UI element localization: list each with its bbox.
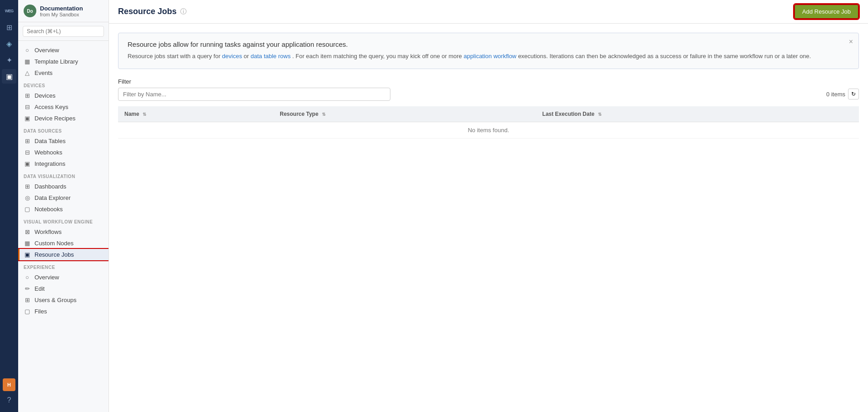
top-header: Resource Jobs ⓘ Add Resource Job	[109, 0, 868, 24]
section-workflow-engine: Visual Workflow Engine	[18, 215, 108, 226]
col-last-execution-date[interactable]: Last Execution Date ⇅	[536, 106, 859, 122]
sidebar-item-label: Webhooks	[35, 149, 62, 156]
banner-text: Resource jobs start with a query for dev…	[128, 52, 849, 61]
monitor-icon[interactable]: ▣	[2, 69, 16, 84]
sidebar-item-resource-jobs[interactable]: ▣ Resource Jobs	[18, 249, 108, 260]
cube-icon[interactable]: ◈	[2, 36, 16, 51]
sidebar-item-label: Files	[35, 308, 47, 315]
grid-icon[interactable]: ⊞	[2, 20, 16, 35]
sidebar-item-label: Template Library	[35, 58, 78, 65]
filter-row: 0 items ↻	[118, 88, 859, 101]
sidebar-item-workflows[interactable]: ⊠ Workflows	[18, 226, 108, 238]
col-name-sort-icon: ⇅	[143, 112, 146, 117]
sidebar-header: Do Documentation from My Sandbox	[18, 0, 108, 22]
sidebar-item-label: Overview	[35, 47, 59, 54]
webhooks-icon: ⊟	[24, 149, 31, 156]
exp-overview-icon: ○	[24, 274, 31, 281]
banner-text-after: . For each item matching the query, you …	[292, 53, 464, 60]
sidebar-item-label: Dashboards	[35, 183, 66, 190]
app-sub: from My Sandbox	[40, 12, 83, 17]
sidebar-item-devices[interactable]: ⊞ Devices	[18, 90, 108, 101]
device-recipes-icon: ▣	[24, 115, 31, 122]
edit-icon: ✏	[24, 285, 31, 292]
sidebar-item-label: Integrations	[35, 160, 65, 167]
col-last-exec-sort-icon: ⇅	[598, 112, 602, 117]
sidebar-item-integrations[interactable]: ▣ Integrations	[18, 158, 108, 169]
sidebar-item-label: Device Recipes	[35, 115, 75, 122]
sidebar-item-label: Resource Jobs	[35, 251, 74, 258]
close-banner-button[interactable]: ×	[849, 38, 853, 46]
user-avatar-icon[interactable]: H	[3, 378, 15, 391]
sidebar-search-area	[18, 22, 108, 41]
custom-nodes-icon: ▦	[24, 240, 31, 247]
banner-text-or: or	[244, 53, 251, 60]
sidebar-item-template-library[interactable]: ▦ Template Library	[18, 56, 108, 67]
col-resource-type-label: Resource Type	[280, 111, 318, 117]
resource-jobs-table: Name ⇅ Resource Type ⇅ Last Execution Da…	[118, 106, 859, 139]
info-banner: × Resource jobs allow for running tasks …	[118, 33, 859, 69]
devices-link[interactable]: devices	[222, 53, 242, 60]
sidebar-item-events[interactable]: △ Events	[18, 67, 108, 79]
question-icon[interactable]: ?	[2, 393, 16, 407]
data-tables-icon: ⊞	[24, 138, 31, 144]
sidebar-item-label: Workflows	[35, 228, 62, 235]
sidebar-nav: ○ Overview ▦ Template Library △ Events D…	[18, 41, 108, 412]
empty-row: No items found.	[118, 122, 859, 138]
sidebar-item-label: Devices	[35, 92, 55, 99]
sidebar-avatar: Do	[24, 5, 36, 17]
section-devices: Devices	[18, 79, 108, 90]
refresh-button[interactable]: ↻	[848, 89, 859, 99]
resource-jobs-icon: ▣	[24, 251, 31, 258]
dashboards-icon: ⊞	[24, 183, 31, 190]
sidebar-item-exp-overview[interactable]: ○ Overview	[18, 272, 108, 283]
page-title: Resource Jobs	[118, 7, 177, 16]
section-data-viz: Data Visualization	[18, 169, 108, 181]
page-info-icon[interactable]: ⓘ	[180, 8, 187, 16]
sidebar-item-webhooks[interactable]: ⊟ Webhooks	[18, 147, 108, 158]
items-count-area: 0 items ↻	[826, 89, 859, 99]
sidebar-item-device-recipes[interactable]: ▣ Device Recipes	[18, 113, 108, 124]
filter-input[interactable]	[118, 88, 390, 101]
sidebar-item-custom-nodes[interactable]: ▦ Custom Nodes	[18, 238, 108, 249]
sidebar-item-overview[interactable]: ○ Overview	[18, 45, 108, 56]
template-library-icon: ▦	[24, 58, 31, 65]
users-groups-icon: ⊞	[24, 297, 31, 303]
items-count-label: 0 items	[826, 91, 845, 98]
add-resource-job-button[interactable]: Add Resource Job	[794, 4, 859, 19]
filter-label: Filter	[118, 78, 859, 85]
sidebar-item-users-groups[interactable]: ⊞ Users & Groups	[18, 294, 108, 306]
sidebar-item-label: Custom Nodes	[35, 240, 74, 247]
app-name: Documentation	[40, 5, 83, 12]
sidebar-item-access-keys[interactable]: ⊟ Access Keys	[18, 101, 108, 113]
col-resource-type[interactable]: Resource Type ⇅	[273, 106, 536, 122]
application-workflow-link[interactable]: application workflow	[464, 53, 516, 60]
col-name[interactable]: Name ⇅	[118, 106, 273, 122]
sidebar-item-data-explorer[interactable]: ◎ Data Explorer	[18, 192, 108, 204]
content-area: × Resource jobs allow for running tasks …	[109, 24, 868, 412]
col-resource-type-sort-icon: ⇅	[322, 112, 326, 117]
filter-section: Filter 0 items ↻	[118, 78, 859, 101]
icon-rail: WEG ⊞ ◈ ✦ ▣ H ?	[0, 0, 18, 412]
data-table-rows-link[interactable]: data table rows	[251, 53, 291, 60]
table-header-row: Name ⇅ Resource Type ⇅ Last Execution Da…	[118, 106, 859, 122]
empty-message: No items found.	[118, 122, 859, 138]
integrations-icon: ▣	[24, 160, 31, 167]
section-experience: Experience	[18, 260, 108, 272]
sidebar-header-text: Documentation from My Sandbox	[40, 5, 83, 17]
sidebar-item-label: Data Explorer	[35, 194, 70, 201]
sidebar: Do Documentation from My Sandbox ○ Overv…	[18, 0, 109, 412]
sidebar-item-label: Events	[35, 69, 53, 76]
sidebar-item-dashboards[interactable]: ⊞ Dashboards	[18, 181, 108, 192]
banner-text-end: executions. Iterations can then be ackno…	[518, 53, 811, 60]
col-last-exec-label: Last Execution Date	[542, 111, 595, 117]
sidebar-item-label: Access Keys	[35, 104, 68, 110]
sidebar-item-notebooks[interactable]: ▢ Notebooks	[18, 204, 108, 215]
search-input[interactable]	[23, 26, 104, 37]
workflow-icon[interactable]: ✦	[2, 53, 16, 67]
sidebar-item-files[interactable]: ▢ Files	[18, 306, 108, 317]
sidebar-item-edit[interactable]: ✏ Edit	[18, 283, 108, 294]
page-title-area: Resource Jobs ⓘ	[118, 7, 187, 16]
sidebar-item-data-tables[interactable]: ⊞ Data Tables	[18, 135, 108, 147]
logo-icon: WEG	[2, 4, 16, 18]
sidebar-item-label: Data Tables	[35, 138, 65, 144]
